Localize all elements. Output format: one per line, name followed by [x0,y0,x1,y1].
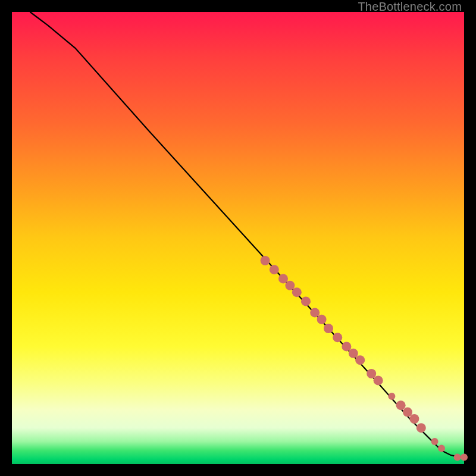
data-marker [454,454,461,461]
data-marker [374,375,383,385]
data-marker [388,393,395,400]
data-marker [285,281,295,290]
data-marker [403,408,412,417]
data-marker [292,287,302,297]
watermark-text: TheBottleneck.com [358,0,462,14]
data-marker [367,369,376,378]
marker-group [261,256,468,461]
data-marker [310,308,320,317]
plot-area [12,12,464,464]
data-marker [431,438,439,445]
curve-layer [12,12,464,464]
data-marker [317,315,327,324]
data-marker [301,296,311,306]
data-marker [261,256,270,265]
data-marker [438,444,445,452]
data-marker [324,324,333,333]
data-marker [333,333,342,342]
data-marker [355,355,365,365]
data-marker [270,265,279,274]
data-marker [278,274,288,283]
data-marker [416,423,426,433]
data-marker [461,454,468,461]
data-marker [349,349,358,358]
bottleneck-curve [30,12,464,458]
data-marker [396,400,406,410]
chart-stage: TheBottleneck.com [0,0,476,476]
data-marker [342,342,351,351]
data-marker [409,414,419,424]
